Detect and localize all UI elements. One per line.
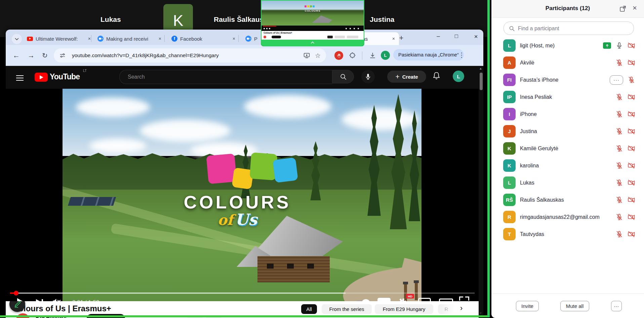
window — [287, 264, 294, 269]
youtube-logo-icon[interactable] — [35, 73, 48, 82]
participant-row[interactable]: K karolina — [491, 157, 644, 174]
participant-row[interactable]: R rimgaudasjanusas22@gmail.com — [491, 208, 644, 226]
window — [267, 264, 274, 269]
preview-chip — [327, 36, 333, 38]
window-maximize-button[interactable]: □ — [451, 33, 461, 40]
scrollbar-down-arrow[interactable]: ▼ — [479, 311, 482, 315]
chip-all[interactable]: All — [301, 304, 317, 314]
tab-ultimate-werewolf[interactable]: Ultimate Werewolf: × — [24, 32, 95, 45]
browser-profile-avatar[interactable]: L — [381, 51, 390, 60]
participant-name: Lukas — [520, 180, 615, 186]
participant-row[interactable]: T Tautvydas — [491, 226, 644, 243]
preview-house — [312, 15, 332, 23]
tab-zoom-article[interactable]: Making and receivi × — [94, 32, 165, 45]
youtube-region-tag: LT — [83, 69, 87, 73]
search-input[interactable] — [127, 74, 317, 80]
video-frame[interactable]: COLOURS of Us — [63, 89, 421, 301]
tab-close-icon[interactable]: × — [232, 36, 236, 41]
participant-row[interactable]: FI Fausta’s iPhone ··· — [491, 71, 644, 88]
forward-button[interactable]: → — [28, 45, 35, 66]
browser-menu-kebab[interactable]: ⋮ — [458, 51, 465, 59]
mute-all-button[interactable]: Mute all — [560, 301, 589, 311]
tab-search-button[interactable] — [12, 34, 22, 44]
participant-row[interactable]: J Justina — [491, 123, 644, 140]
participant-row[interactable]: K Kamilė Gerulytė — [491, 140, 644, 157]
new-tab-button[interactable]: + — [396, 34, 406, 44]
scrollbar-thumb[interactable] — [480, 73, 483, 90]
back-button[interactable]: ← — [13, 45, 20, 66]
search-button[interactable] — [332, 70, 354, 83]
invite-button[interactable]: Invite — [516, 301, 539, 311]
window-close-button[interactable]: × — [471, 33, 481, 40]
extensions-puzzle-icon[interactable] — [349, 52, 356, 59]
zoom-favicon — [245, 36, 251, 42]
participant-more-button[interactable]: ··· — [610, 75, 623, 85]
reload-button[interactable]: ↻ — [42, 45, 48, 66]
chip-from-e29[interactable]: From E29 Hungary — [375, 304, 433, 314]
screen-share-preview[interactable]: COLOURS Colours of Us | Erasmus+ — [261, 0, 364, 46]
window — [307, 264, 314, 269]
address-bar[interactable]: youtube.com/watch?v=D_41rk8jKRg&ab_chann… — [54, 48, 326, 63]
bookmark-star-icon[interactable]: ☆ — [315, 52, 321, 59]
participant-row[interactable]: IP Inesa Pesliak — [491, 88, 644, 106]
tab-close-icon[interactable]: × — [158, 36, 162, 41]
solar-panels — [68, 197, 116, 206]
voice-search-button[interactable] — [361, 70, 375, 83]
chevron-up-icon — [310, 40, 315, 45]
avatar: FI — [503, 74, 516, 86]
participant-name: Akvilė — [520, 60, 615, 66]
progress-scrubber[interactable] — [14, 291, 18, 295]
participant-search-box[interactable] — [504, 22, 634, 35]
more-options-button[interactable]: ··· — [611, 301, 622, 311]
chips-next-arrow[interactable]: › — [460, 304, 462, 313]
tab-divider — [164, 35, 165, 42]
zoom-favicon — [97, 36, 104, 42]
youtube-page: YouTube LT + Create L ▲ ▼ — [6, 66, 483, 318]
camera-off-icon — [628, 59, 635, 67]
participant-name: rimgaudasjanusas22@gmail.com — [520, 214, 615, 220]
site-info-icon[interactable] — [59, 52, 66, 59]
camera-off-icon — [628, 110, 635, 118]
notifications-bell-icon[interactable] — [432, 71, 441, 80]
participant-row[interactable]: I iPhone — [491, 106, 644, 123]
chrome-update-button[interactable]: Pasiekiama nauja „Chrome“ — [393, 49, 464, 61]
video-player[interactable]: COLOURS of Us 0:01 / 1:53 CC — [6, 89, 479, 301]
participant-row[interactable]: RŠ Raulis Šalkauskas — [491, 191, 644, 208]
find-participant-input[interactable] — [517, 23, 630, 34]
tab-close-icon[interactable]: × — [392, 36, 396, 41]
mic-muted-icon — [615, 179, 623, 187]
preview-info-strip: Colours of Us | Erasmus+ — [261, 31, 364, 40]
preview-chip — [335, 36, 345, 38]
participant-row[interactable]: L Lukas — [491, 174, 644, 191]
window-minimize-button[interactable]: – — [433, 33, 443, 40]
downloads-icon[interactable] — [369, 52, 376, 59]
avatar: J — [503, 125, 516, 137]
preview-subscribe-pill — [272, 36, 281, 38]
plus-icon: + — [396, 73, 400, 81]
participant-row[interactable]: A Akvilė — [491, 54, 644, 71]
install-app-icon[interactable] — [303, 52, 310, 59]
avatar: A — [503, 56, 516, 69]
close-icon[interactable]: × — [633, 4, 637, 12]
popout-icon[interactable] — [619, 5, 627, 12]
preview-collapse-bar[interactable] — [261, 40, 364, 46]
youtube-logo-text[interactable]: YouTube — [50, 72, 80, 81]
participant-name: Kamilė Gerulytė — [520, 146, 615, 152]
chip-from-series[interactable]: From the series — [322, 304, 372, 314]
tab-facebook[interactable]: f Facebook × — [168, 32, 239, 45]
youtube-account-avatar[interactable]: L — [453, 71, 464, 82]
scrollbar-up-arrow[interactable]: ▲ — [479, 67, 482, 70]
participants-footer: Invite Mute all ··· — [491, 293, 644, 318]
participant-row[interactable]: L ligit (Host, me) — [491, 37, 644, 54]
youtube-search-box[interactable] — [119, 70, 332, 84]
create-button[interactable]: + Create — [387, 71, 426, 83]
mic-on-icon — [615, 42, 623, 49]
browser-toolbar: ← → ↻ youtube.com/watch?v=D_41rk8jKRg&ab… — [6, 45, 483, 66]
youtube-menu-hamburger[interactable] — [16, 74, 24, 82]
pencil-icon — [13, 301, 22, 308]
preview-video-title: Colours of Us | Erasmus+ — [264, 32, 292, 34]
mic-muted-icon — [615, 162, 623, 169]
adblock-extension-icon[interactable] — [334, 51, 343, 60]
mic-muted-icon — [615, 145, 623, 152]
zoom-meeting-screen: Lukas K Raulis Šalkaus Justina Ultimate … — [0, 0, 644, 318]
